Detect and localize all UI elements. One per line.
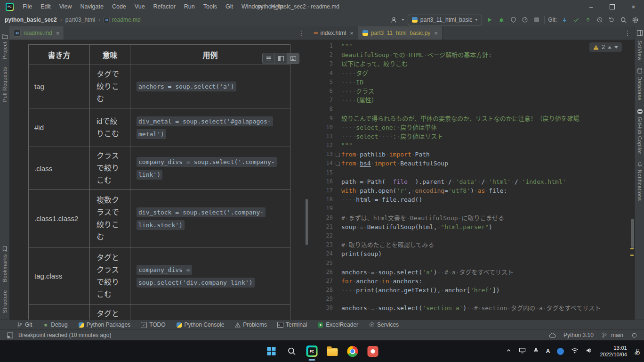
run-button[interactable]: [485, 16, 494, 24]
menu-item-navigate[interactable]: Navigate: [76, 0, 108, 13]
sidebar-item-notifications[interactable]: Notifications: [637, 161, 643, 201]
code-token: ): [434, 269, 437, 276]
code-token: anchors: [341, 304, 367, 312]
code-text: ····（属性）: [341, 96, 378, 105]
editor-scrollbar[interactable]: [631, 219, 634, 248]
tool-window-toggle-icon[interactable]: [6, 331, 14, 339]
maximize-button[interactable]: [602, 0, 623, 13]
tab-options-icon[interactable]: ⋮: [294, 29, 309, 37]
tool-button-problems[interactable]: Problems: [229, 320, 272, 329]
settings-gear-icon[interactable]: [631, 16, 639, 24]
tray-network-icon[interactable]: [519, 347, 526, 355]
inspections-widget[interactable]: 2: [589, 42, 622, 52]
editor-only-icon[interactable]: [263, 53, 274, 64]
run-configuration-select[interactable]: part3_11_html_basic: [408, 15, 483, 25]
split-view-icon[interactable]: [274, 53, 287, 64]
rollback-button[interactable]: [607, 16, 616, 24]
git-history-button[interactable]: [596, 16, 604, 24]
tool-button-todo[interactable]: ✓ TODO: [136, 320, 170, 329]
sidebar-item-bookmarks[interactable]: Bookmarks: [2, 246, 8, 282]
tab-options-icon[interactable]: ⋮: [620, 29, 635, 37]
stop-button[interactable]: [532, 16, 541, 24]
menu-item-run[interactable]: Run: [180, 0, 199, 13]
tool-window-layout-icon[interactable]: [637, 30, 643, 36]
tab-part3-11-html-basic-py[interactable]: part3_11_html_basic.py ×: [358, 26, 443, 40]
sidebar-item-pull-requests[interactable]: Pull Requests: [2, 67, 8, 102]
tool-button-debug[interactable]: Debug: [37, 320, 72, 329]
search-everywhere-icon[interactable]: [619, 16, 628, 24]
code-text: from·bs4·import·BeautifulSoup: [341, 159, 448, 168]
ime-mode-indicator[interactable]: A: [546, 348, 550, 354]
git-push-button[interactable]: [584, 16, 592, 24]
cloud-icon[interactable]: [548, 331, 557, 339]
debug-button[interactable]: [497, 16, 506, 24]
tool-button-excelreader[interactable]: X ExcelReader: [312, 320, 363, 329]
warning-stripe-mark[interactable]: [630, 255, 634, 256]
git-update-button[interactable]: [560, 16, 569, 24]
tab-index-html[interactable]: <> index.html ×: [309, 26, 358, 40]
blue-tray-app-icon[interactable]: [557, 348, 564, 355]
code-token: ·: [507, 304, 511, 312]
menu-item-tools[interactable]: Tools: [199, 0, 221, 13]
user-menu-caret-icon[interactable]: [402, 19, 404, 21]
preview-scrollbar[interactable]: [306, 199, 308, 245]
run-with-coverage-button[interactable]: [509, 16, 517, 24]
fold-marker[interactable]: [336, 162, 340, 166]
menu-item-refactor[interactable]: Refactor: [149, 0, 180, 13]
tool-button-git[interactable]: Git: [11, 320, 37, 329]
start-button[interactable]: [266, 345, 278, 357]
code-token: 'section a': [422, 304, 463, 312]
close-button[interactable]: ×: [623, 0, 644, 13]
status-indicator-icon[interactable]: [630, 331, 638, 339]
close-tab-icon[interactable]: ×: [350, 30, 354, 37]
tab-readme-md[interactable]: M readme.md ×: [9, 26, 64, 40]
menu-item-code[interactable]: Code: [108, 0, 130, 13]
menu-item-view[interactable]: View: [55, 0, 76, 13]
taskbar-chrome-icon[interactable]: [346, 345, 359, 357]
previous-problem-icon[interactable]: [608, 46, 612, 49]
breadcrumb-item[interactable]: readme.md: [112, 16, 141, 23]
wifi-icon[interactable]: [571, 347, 579, 355]
ime-language-indicator[interactable]: あ: [634, 347, 640, 356]
code-editor[interactable]: 1"""2BeautifulSoup·での·HTML·ページ解析の基本方針:3以…: [309, 40, 635, 320]
git-commit-button[interactable]: [572, 16, 580, 24]
breadcrumb-item[interactable]: part03_html: [65, 16, 95, 23]
menu-item-git[interactable]: Git: [221, 0, 237, 13]
user-avatar-icon[interactable]: [390, 16, 398, 24]
breadcrumb-item[interactable]: python_basic_sec2: [5, 16, 57, 23]
tool-button-python-packages[interactable]: Python Packages: [73, 320, 136, 329]
tool-button-python-console[interactable]: Python Console: [171, 320, 230, 329]
next-problem-icon[interactable]: [614, 46, 618, 49]
hidden-icons-chevron[interactable]: [506, 347, 512, 355]
tray-mic-icon[interactable]: [533, 347, 539, 356]
menu-item-vue[interactable]: Vue: [130, 0, 149, 13]
sidebar-item-sciview[interactable]: SciView: [637, 41, 643, 60]
sidebar-item-project[interactable]: Project: [2, 34, 8, 59]
volume-icon[interactable]: [586, 347, 593, 355]
git-branch-icon[interactable]: [600, 331, 609, 339]
preview-only-icon[interactable]: [287, 53, 299, 64]
tool-button-services[interactable]: Services: [363, 320, 404, 329]
tool-button-terminal[interactable]: >_ Terminal: [272, 320, 312, 329]
warning-stripe-mark[interactable]: [630, 248, 634, 249]
taskbar-pycharm-icon[interactable]: PC: [306, 345, 318, 357]
close-tab-icon[interactable]: ×: [56, 30, 60, 37]
taskbar-explorer-icon[interactable]: [326, 345, 338, 357]
minimize-button[interactable]: –: [580, 0, 602, 13]
menu-item-window[interactable]: Window: [237, 0, 266, 13]
status-message[interactable]: Breakpoint reached (10 minutes ago): [18, 332, 111, 338]
taskbar-search-button[interactable]: [286, 345, 298, 357]
sidebar-item-github-copilot[interactable]: GitHub Copilot: [637, 108, 643, 154]
fold-marker[interactable]: [336, 153, 340, 157]
taskbar-clock[interactable]: 13:01 2022/10/04: [600, 345, 627, 358]
menu-item-help[interactable]: Help: [266, 0, 287, 13]
profiler-button[interactable]: [521, 16, 529, 24]
menu-item-edit[interactable]: Edit: [36, 0, 55, 13]
python-interpreter[interactable]: Python 3.10: [564, 332, 594, 338]
taskbar-red-app-icon[interactable]: [367, 345, 379, 357]
git-branch-name[interactable]: main: [611, 332, 623, 338]
sidebar-item-structure[interactable]: Structure: [2, 290, 8, 313]
close-tab-icon[interactable]: ×: [434, 30, 438, 37]
menu-item-file[interactable]: File: [18, 0, 36, 13]
sidebar-item-database[interactable]: Database: [637, 68, 643, 100]
